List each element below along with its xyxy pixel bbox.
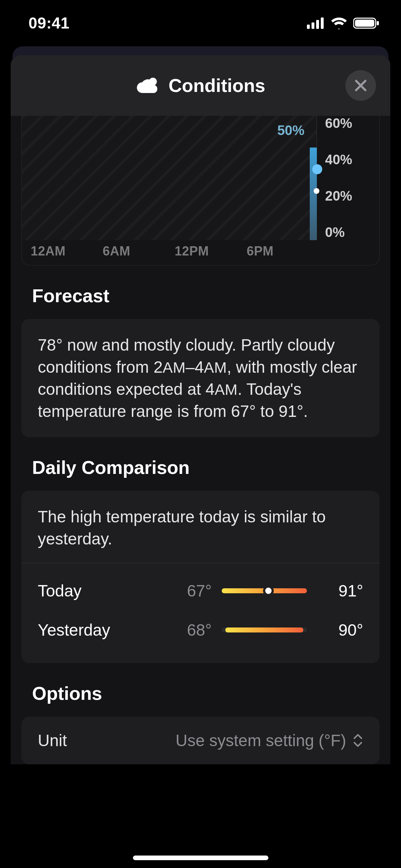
chart-callout: 50% [277,123,304,138]
svg-rect-6 [377,21,379,25]
sheet-header: Conditions [11,55,390,116]
svg-rect-5 [355,20,374,27]
home-indicator[interactable] [133,856,268,860]
y-tick: 40% [325,152,371,167]
status-bar: 09:41 [0,0,401,46]
temp-range-bar [222,627,307,632]
svg-rect-3 [321,17,324,29]
row-high: 90° [317,619,363,641]
row-high: 91° [317,580,363,602]
page-title-text: Conditions [169,75,266,96]
temp-current-dot [263,585,274,596]
x-tick: 12AM [31,244,103,259]
chart-point-highlight [312,164,322,174]
chart-y-axis: 60% 40% 20% 0% [325,116,371,240]
row-label: Yesterday [38,619,155,641]
svg-rect-2 [316,20,319,29]
conditions-chart[interactable]: 50% 60% 40% 20% 0% 12AM 6AM 12PM 6PM [21,116,380,265]
chart-current-bar [310,148,317,240]
row-low: 67° [165,580,212,602]
forecast-heading: Forecast [32,285,380,306]
y-tick: 20% [325,188,371,204]
cellular-icon [307,17,325,29]
wifi-icon [330,17,348,29]
temp-range-bar [222,588,307,593]
status-icons [307,17,380,29]
y-tick: 60% [325,116,371,131]
status-time: 09:41 [29,14,70,32]
chart-point-secondary [314,188,319,194]
cloud-icon [136,77,161,94]
close-icon [354,79,367,92]
temp-range-fill [225,627,304,632]
y-tick: 0% [325,225,371,240]
row-label: Today [38,580,155,602]
conditions-sheet: Conditions 50% 60% 40% 20% 0% 12AM 6AM 1… [11,55,390,764]
daily-comparison-heading: Daily Comparison [32,457,380,478]
svg-rect-1 [312,22,314,29]
unit-selector[interactable]: Unit Use system setting (°F) [21,717,380,764]
comparison-summary: The high temperature today is similar to… [21,491,380,563]
options-card: Unit Use system setting (°F) [21,717,380,764]
x-tick: 6AM [103,244,175,259]
options-heading: Options [32,683,380,704]
x-tick: 12PM [175,244,247,259]
unit-label: Unit [38,729,67,751]
comparison-row-today: Today 67° 91° [38,571,363,610]
chart-plot-area [22,116,317,240]
comparison-row-yesterday: Yesterday 68° 90° [38,610,363,650]
page-title: Conditions [136,75,266,96]
close-button[interactable] [345,70,376,101]
x-tick: 6PM [247,244,319,259]
forecast-card: 78° now and mostly cloudy. Partly cloudy… [21,319,380,437]
daily-comparison-card: The high temperature today is similar to… [21,491,380,663]
chevron-up-down-icon [353,733,363,748]
svg-rect-0 [307,25,310,29]
unit-value: Use system setting (°F) [176,729,346,751]
battery-icon [353,17,380,29]
row-low: 68° [165,619,212,641]
forecast-text: 78° now and mostly cloudy. Partly cloudy… [38,336,357,420]
chart-x-axis: 12AM 6AM 12PM 6PM [31,244,319,259]
